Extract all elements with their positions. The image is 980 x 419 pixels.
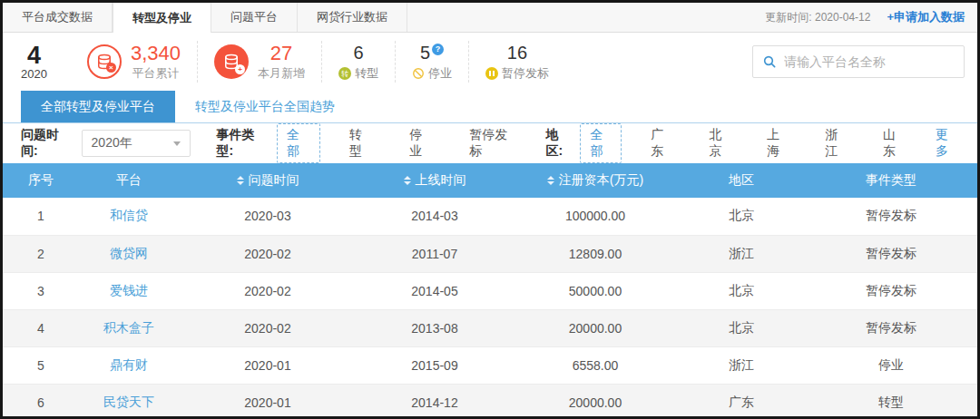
sort-icon[interactable] [547, 176, 554, 185]
cell-index: 2 [3, 235, 79, 272]
plus-badge-icon: + [235, 64, 245, 74]
search-icon [762, 54, 777, 69]
cell-capital: 6558.00 [513, 346, 678, 384]
cell-issue-time: 2020-02 [179, 309, 357, 346]
platform-link[interactable]: 微贷网 [79, 235, 179, 272]
table-row: 2 微贷网 2020-02 2011-07 12809.00 浙江 暂停发标 [3, 235, 977, 272]
table-row: 1 和信贷 2020-03 2014-03 100000.00 北京 暂停发标 [3, 198, 977, 235]
stat-total-value: 3,340 [131, 43, 181, 64]
header-event-type: 事件类型 [805, 163, 977, 198]
cell-index: 4 [3, 309, 79, 346]
region-option-zhejiang[interactable]: 浙江 [818, 124, 854, 162]
platform-link[interactable]: 民贷天下 [79, 384, 179, 419]
header-registered-capital[interactable]: 注册资本(万元) [513, 163, 678, 198]
cell-issue-time: 2020-02 [179, 235, 357, 272]
event-option-transform[interactable]: 转型 [342, 124, 380, 162]
cell-index: 5 [3, 346, 79, 384]
event-option-paused[interactable]: 暂停发标 [462, 124, 524, 162]
apply-join-data-link[interactable]: +申请加入数据 [887, 9, 965, 25]
x-badge-icon: × [106, 63, 116, 73]
cell-issue-time: 2020-02 [179, 272, 357, 309]
cell-capital: 50000.00 [513, 272, 678, 309]
platform-link[interactable]: 和信贷 [79, 198, 179, 235]
platform-link[interactable]: 积木盒子 [79, 309, 179, 346]
event-option-closed[interactable]: 停业 [402, 124, 440, 162]
stat-closed-label: 停业 [428, 65, 452, 82]
nav-tab-deal-data[interactable]: 平台成交数据 [3, 3, 113, 32]
stat-transform: 6 转 转型 [321, 41, 395, 83]
cell-region: 浙江 [678, 346, 805, 384]
stat-total-platforms: × 3,340 平台累计 [71, 43, 197, 82]
stat-paused-label: 暂停发标 [502, 65, 549, 82]
stat-new-value: 27 [258, 43, 305, 64]
cell-region: 北京 [678, 309, 805, 346]
stat-closed: 5? 停业 [395, 41, 468, 83]
event-type-filter-label: 事件类型: [216, 127, 268, 160]
cell-region: 北京 [678, 272, 805, 309]
cell-event-type: 暂停发标 [805, 272, 977, 309]
header-online-time[interactable]: 上线时间 [357, 163, 513, 198]
region-filter-label: 地区: [545, 127, 571, 160]
cell-event-type: 暂停发标 [805, 235, 977, 272]
cell-event-type: 暂停发标 [805, 309, 977, 346]
cell-issue-time: 2020-01 [179, 384, 357, 419]
subtab-national-trend[interactable]: 转型及停业平台全国趋势 [175, 91, 355, 122]
search-input[interactable] [784, 54, 955, 69]
cell-region: 北京 [678, 198, 805, 235]
header-region: 地区 [678, 163, 805, 198]
filter-bar: 问题时间: 2020年 事件类型: 全部 转型 停业 暂停发标 地区: 全部 广… [3, 123, 977, 163]
stats-bar: 4 2020 × 3,340 平台累计 [3, 33, 977, 91]
platform-link[interactable]: 爱钱进 [79, 272, 179, 309]
top-nav: 平台成交数据 转型及停业 问题平台 网贷行业数据 更新时间: 2020-04-1… [3, 3, 977, 33]
app-window: 平台成交数据 转型及停业 问题平台 网贷行业数据 更新时间: 2020-04-1… [0, 0, 980, 419]
cell-online-time: 2014-12 [357, 384, 513, 419]
cell-online-time: 2014-03 [357, 198, 513, 235]
sort-icon[interactable] [237, 176, 244, 185]
header-platform: 平台 [79, 163, 179, 198]
cell-online-time: 2014-05 [357, 272, 513, 309]
cell-issue-time: 2020-03 [179, 198, 357, 235]
cell-event-type: 暂停发标 [805, 198, 977, 235]
nav-tab-industry-data[interactable]: 网贷行业数据 [298, 3, 407, 32]
platform-link[interactable]: 鼎有财 [79, 346, 179, 384]
platform-search-box[interactable] [752, 45, 965, 78]
header-issue-time[interactable]: 问题时间 [179, 163, 357, 198]
cell-capital: 20000.00 [513, 309, 678, 346]
stat-transform-value: 6 [338, 42, 378, 63]
stat-paused-value: 16 [485, 42, 549, 63]
region-option-beijing[interactable]: 北京 [701, 124, 738, 162]
cell-capital: 12809.00 [513, 235, 678, 272]
sort-icon[interactable] [404, 176, 411, 185]
cell-index: 3 [3, 272, 79, 309]
region-more-link[interactable]: 更多 [934, 124, 959, 162]
region-option-shanghai[interactable]: 上海 [760, 124, 796, 162]
stat-year-value: 2020 [21, 67, 47, 81]
header-index: 序号 [3, 163, 79, 198]
table-row: 5 鼎有财 2020-01 2015-09 6558.00 浙江 停业 [3, 346, 977, 384]
issue-time-selected-value: 2020年 [92, 135, 132, 151]
cell-region: 浙江 [678, 235, 805, 272]
stat-new-this-month: + 27 本月新增 [197, 41, 321, 83]
issue-time-select[interactable]: 2020年 [82, 130, 191, 157]
cell-capital: 100000.00 [513, 198, 678, 235]
subtab-all-platforms[interactable]: 全部转型及停业平台 [21, 91, 175, 122]
region-option-all[interactable]: 全部 [580, 123, 622, 163]
cell-region: 广东 [678, 384, 805, 419]
pause-icon [485, 67, 498, 80]
table-header-row: 序号 平台 问题时间 上线时间 注册资本(万元) 地区 事件类型 [3, 163, 977, 198]
stat-new-label: 本月新增 [258, 65, 305, 82]
cell-index: 6 [3, 384, 79, 419]
region-option-guangdong[interactable]: 广东 [643, 124, 680, 162]
database-plus-icon: + [214, 44, 249, 79]
ban-icon [412, 67, 425, 80]
cell-issue-time: 2020-01 [179, 346, 357, 384]
cell-event-type: 转型 [805, 384, 977, 419]
region-option-shandong[interactable]: 山东 [876, 124, 912, 162]
cell-event-type: 停业 [805, 346, 977, 384]
nav-tab-transform-closure[interactable]: 转型及停业 [113, 3, 211, 33]
question-badge-icon[interactable]: ? [432, 44, 444, 55]
stat-month-value: 4 [21, 44, 47, 67]
nav-tab-problem-platforms[interactable]: 问题平台 [211, 3, 298, 32]
stat-current-month: 4 2020 [21, 44, 47, 81]
event-option-all[interactable]: 全部 [277, 123, 320, 163]
